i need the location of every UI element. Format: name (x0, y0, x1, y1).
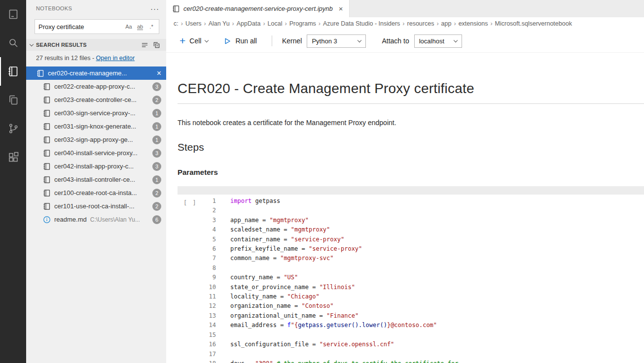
line-number[interactable]: 17 (178, 350, 216, 359)
code-line[interactable]: 7common_name = "mgmtproxy-svc" (178, 254, 644, 263)
search-input[interactable] (38, 23, 123, 31)
code-line[interactable]: 8 (178, 264, 644, 273)
code-line[interactable]: 5container_name = "service-proxy" (178, 235, 644, 244)
code-lines: 1import getpass23app_name = "mgmtproxy"4… (178, 197, 644, 363)
search-area: Aa ab .* (26, 17, 166, 39)
code-line[interactable]: 3app_name = "mgmtproxy" (178, 216, 644, 225)
breadcrumb-item[interactable]: Local (268, 20, 283, 27)
code-line[interactable]: 11locality_name = "Chicago" (178, 292, 644, 301)
line-number[interactable]: 14 (178, 321, 216, 330)
run-all-button[interactable]: Run all (223, 37, 257, 45)
breadcrumb-item[interactable]: c: (174, 20, 179, 27)
line-number[interactable]: 7 (178, 254, 216, 263)
search-results-section-header[interactable]: SEARCH RESULTS (26, 39, 166, 51)
line-number[interactable]: 5 (178, 235, 216, 244)
notebook-file-icon (36, 69, 44, 77)
line-number[interactable]: 3 (178, 216, 216, 225)
line-number[interactable]: 15 (178, 330, 216, 340)
breadcrumb-item[interactable]: Microsoft.sqlservernotebook (495, 20, 572, 27)
search-result-row[interactable]: cer032-sign-app-proxy-ge... 1 (26, 133, 166, 146)
activity-item-explorer[interactable] (0, 86, 26, 114)
kernel-dropdown[interactable]: Python 3 (307, 34, 366, 48)
breadcrumb-item[interactable]: extensions (459, 20, 488, 27)
code-line[interactable]: 6prefix_keyfile_name = "service-proxy" (178, 244, 644, 254)
close-icon[interactable]: × (157, 69, 161, 78)
breadcrumb-item[interactable]: resources (407, 20, 434, 27)
code-line[interactable]: 17 (178, 350, 644, 359)
activity-item-source-control[interactable] (0, 114, 26, 143)
attach-to-dropdown[interactable]: localhost (414, 34, 462, 48)
search-result-row[interactable]: cer030-sign-service-proxy-... 1 (26, 106, 166, 120)
line-number[interactable]: 18 (178, 359, 216, 363)
code-line[interactable]: 15 (178, 330, 644, 340)
match-case-toggle[interactable]: Aa (123, 22, 134, 32)
breadcrumb-item[interactable]: Programs (289, 20, 316, 27)
search-result-row[interactable]: cer022-create-app-proxy-c... 3 (26, 80, 166, 93)
search-result-row[interactable]: cer042-install-app-proxy-c... 3 (26, 160, 166, 173)
notebook-file-icon (43, 189, 51, 197)
activity-item-connections[interactable] (0, 0, 26, 29)
breadcrumb-item[interactable]: Alan Yu (209, 20, 230, 27)
view-as-list-icon[interactable] (141, 41, 148, 49)
line-number[interactable]: 16 (178, 340, 216, 349)
file-name: cer020-create-manageme... (48, 69, 127, 77)
activity-item-notebooks[interactable] (0, 57, 26, 86)
code-line[interactable]: 2 (178, 206, 644, 215)
search-result-row[interactable]: cer023-create-controller-ce... 2 (26, 93, 166, 106)
line-number[interactable]: 8 (178, 264, 216, 273)
code-line[interactable]: 13organizational_unit_name = "Finance" (178, 311, 644, 321)
line-number[interactable]: 10 (178, 283, 216, 292)
editor-area: cer020-create-management-service-proxy-c… (166, 0, 644, 363)
notebook-intro: This notebook creates a certificate for … (178, 119, 644, 127)
more-actions-icon[interactable]: ··· (150, 4, 159, 13)
code-line[interactable]: 10state_or_province_name = "Illinois" (178, 283, 644, 292)
line-number[interactable]: 9 (178, 273, 216, 282)
tab-close-icon[interactable]: × (339, 4, 343, 13)
collapse-all-icon[interactable] (153, 41, 160, 49)
code-line[interactable]: 9country_name = "US" (178, 273, 644, 282)
open-in-editor-link[interactable]: Open in editor (96, 55, 135, 62)
search-result-row[interactable]: cer040-install-service-proxy... 3 (26, 146, 166, 160)
code-cell[interactable]: [ ] 1import getpass23app_name = "mgmtpro… (178, 186, 644, 363)
file-name: readme.md (54, 216, 87, 223)
activity-item-extensions[interactable] (0, 143, 26, 171)
search-result-row[interactable]: cer043-install-controller-ce... 1 (26, 173, 166, 186)
line-number[interactable]: 4 (178, 225, 216, 234)
breadcrumb-item[interactable]: Users (185, 20, 202, 27)
add-cell-button[interactable]: + Cell (179, 36, 208, 46)
code-line[interactable]: 1import getpass (178, 197, 644, 206)
file-name: cer023-create-controller-ce... (54, 96, 137, 103)
line-number[interactable]: 13 (178, 311, 216, 321)
breadcrumb-item[interactable]: app (441, 20, 452, 27)
code-line[interactable]: 4scaledset_name = "mgmtproxy" (178, 225, 644, 234)
code-line[interactable]: 14email_address = f"{getpass.getuser().l… (178, 321, 644, 330)
regex-toggle[interactable]: .* (146, 22, 157, 32)
search-result-row[interactable]: readme.md C:\Users\Alan Yu... 6 (26, 213, 166, 226)
whole-word-toggle[interactable]: ab (135, 22, 145, 32)
line-number[interactable]: 11 (178, 292, 216, 301)
search-result-row[interactable]: cer020-create-manageme... × (26, 66, 166, 80)
activity-item-search[interactable] (0, 29, 26, 57)
match-count-badge: 3 (152, 82, 161, 91)
chevron-down-icon (453, 38, 457, 42)
code-line[interactable]: 16ssl_configuration_file = "service.open… (178, 340, 644, 349)
code-text (216, 264, 230, 273)
line-number[interactable]: 6 (178, 244, 216, 254)
search-results-list: cer020-create-manageme... × cer022-creat… (26, 66, 166, 363)
notebook-file-icon (43, 163, 51, 170)
breadcrumb: c:›Users›Alan Yu›AppData›Local›Programs›… (166, 17, 644, 30)
breadcrumb-item[interactable]: AppData (237, 20, 261, 27)
file-name: cer031-sign-knox-generate... (54, 123, 136, 130)
search-result-row[interactable]: cer031-sign-knox-generate... 1 (26, 120, 166, 133)
code-line[interactable]: 12organization_name = "Contoso" (178, 301, 644, 311)
code-line[interactable]: 18days = "398" # the number of days to c… (178, 359, 644, 363)
notebooks-sidebar: NOTEBOOKS ··· Aa ab .* SEARCH RESULTS 27… (26, 0, 166, 363)
search-result-row[interactable]: cer101-use-root-ca-install-... 2 (26, 199, 166, 213)
breadcrumb-separator-icon: › (181, 20, 183, 27)
activity-bar (0, 0, 26, 363)
editor-tab[interactable]: cer020-create-management-service-proxy-c… (166, 0, 350, 17)
breadcrumb-item[interactable]: Azure Data Studio - Insiders (323, 20, 400, 27)
notebook-file-icon (43, 96, 51, 104)
line-number[interactable]: 12 (178, 301, 216, 311)
search-result-row[interactable]: cer100-create-root-ca-insta... 2 (26, 186, 166, 199)
